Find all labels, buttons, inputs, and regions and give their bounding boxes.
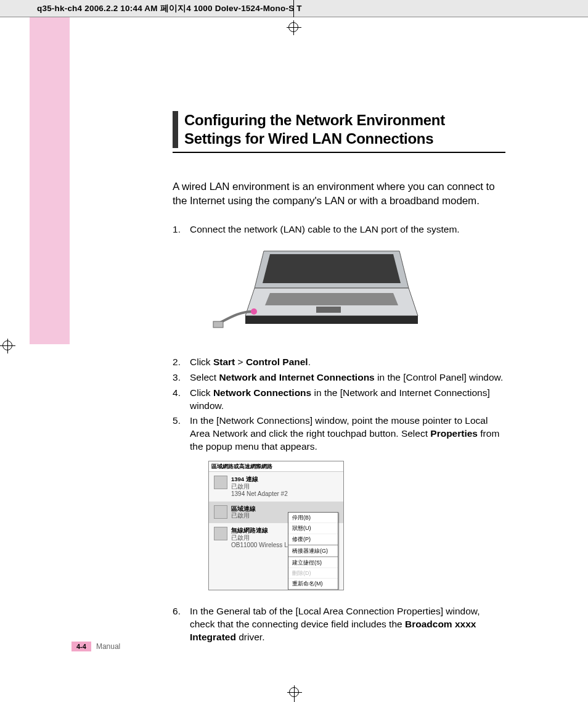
step-2-bold1: Start xyxy=(213,357,235,367)
step-1-text: Connect the network (LAN) cable to the L… xyxy=(190,224,460,234)
dialog-item-1-sub1: 已啟用 xyxy=(231,483,250,490)
svg-marker-4 xyxy=(265,293,398,305)
step-2-post: . xyxy=(308,357,311,367)
dialog-item-3-text: 無線網路連線 已啟用 OB11000 Wireless LAN xyxy=(231,527,296,548)
dialog-item-2-text: 區域連線 已啟用 xyxy=(231,505,256,519)
step-3-bold: Network and Internet Connections xyxy=(219,372,374,382)
intro-paragraph: A wired LAN environment is an environmen… xyxy=(173,180,505,209)
dialog-figure: 區域網路或高速網際網路 1394 連線 已啟用 1394 Net Adapter… xyxy=(208,461,344,590)
svg-rect-6 xyxy=(213,321,223,328)
svg-marker-1 xyxy=(263,254,401,283)
print-header-text: q35-hk-ch4 2006.2.2 10:44 AM 페이지4 1000 D… xyxy=(37,4,302,13)
step-5: In the [Network Connections] window, poi… xyxy=(173,415,505,590)
dialog-item-1-title: 1394 連線 xyxy=(231,476,288,482)
dialog-item-2-sub: 已啟用 xyxy=(231,512,250,519)
step-1: Connect the network (LAN) cable to the L… xyxy=(173,223,505,337)
dialog-titlebar: 區域網路或高速網際網路 xyxy=(209,461,343,472)
menu-rename: 重新命名(M) xyxy=(288,579,338,589)
page-number: 4-4 xyxy=(71,642,91,651)
step-6-post: driver. xyxy=(236,632,265,642)
footer-label: Manual xyxy=(96,642,120,651)
step-6: In the General tab of the [Local Area Co… xyxy=(173,605,505,644)
step-5-bold: Properties xyxy=(430,428,478,439)
menu-disable: 停用(B) xyxy=(288,513,338,523)
svg-marker-3 xyxy=(245,316,418,324)
connection-icon xyxy=(214,476,227,489)
svg-rect-5 xyxy=(316,307,341,313)
context-menu: 停用(B) 狀態(U) 修復(P) 橋接器連線(G) 建立捷徑(S) 刪除(D)… xyxy=(288,512,338,590)
menu-shortcut: 建立捷徑(S) xyxy=(288,558,338,568)
laptop-icon xyxy=(208,245,443,337)
step-2: Click Start > Control Panel. xyxy=(173,356,505,369)
menu-delete: 刪除(D) xyxy=(288,568,338,579)
pink-margin-block xyxy=(30,17,70,344)
menu-repair: 修復(P) xyxy=(288,534,338,545)
dialog-item-3-sub2: OB11000 Wireless LAN xyxy=(231,542,296,548)
dialog-item-3-sub1: 已啟用 xyxy=(231,534,250,541)
laptop-figure xyxy=(208,245,443,337)
step-2-pre: Click xyxy=(190,357,213,367)
steps-list: Connect the network (LAN) cable to the L… xyxy=(173,223,505,644)
connection-icon xyxy=(214,505,227,519)
step-2-mid: > xyxy=(235,357,246,367)
step-4-bold: Network Connections xyxy=(213,387,311,398)
step-2-bold2: Control Panel xyxy=(246,357,308,367)
title-block: Configuring the Network Environment Sett… xyxy=(173,111,505,148)
step-4: Click Network Connections in the [Networ… xyxy=(173,387,505,413)
print-header: q35-hk-ch4 2006.2.2 10:44 AM 페이지4 1000 D… xyxy=(0,0,588,17)
step-3: Select Network and Internet Connections … xyxy=(173,371,505,384)
menu-status: 狀態(U) xyxy=(288,523,338,534)
dialog-item-2-title: 區域連線 xyxy=(231,505,256,512)
menu-bridge: 橋接器連線(G) xyxy=(288,546,338,556)
page-content: Configuring the Network Environment Sett… xyxy=(173,111,505,646)
dialog-item-1: 1394 連線 已啟用 1394 Net Adapter #2 xyxy=(209,472,343,501)
dialog-item-1-sub2: 1394 Net Adapter #2 xyxy=(231,490,288,497)
page-footer: 4-4 Manual xyxy=(71,642,120,651)
step-4-pre: Click xyxy=(190,387,213,398)
menu-separator xyxy=(288,589,338,590)
dialog-item-1-text: 1394 連線 已啟用 1394 Net Adapter #2 xyxy=(231,476,288,497)
step-3-post: in the [Control Panel] window. xyxy=(375,372,504,382)
page-title: Configuring the Network Environment Sett… xyxy=(184,111,505,148)
title-underline xyxy=(173,152,505,153)
step-3-pre: Select xyxy=(190,372,219,382)
wireless-icon xyxy=(214,527,227,540)
dialog-item-3-title: 無線網路連線 xyxy=(231,527,296,534)
svg-point-7 xyxy=(251,308,257,315)
